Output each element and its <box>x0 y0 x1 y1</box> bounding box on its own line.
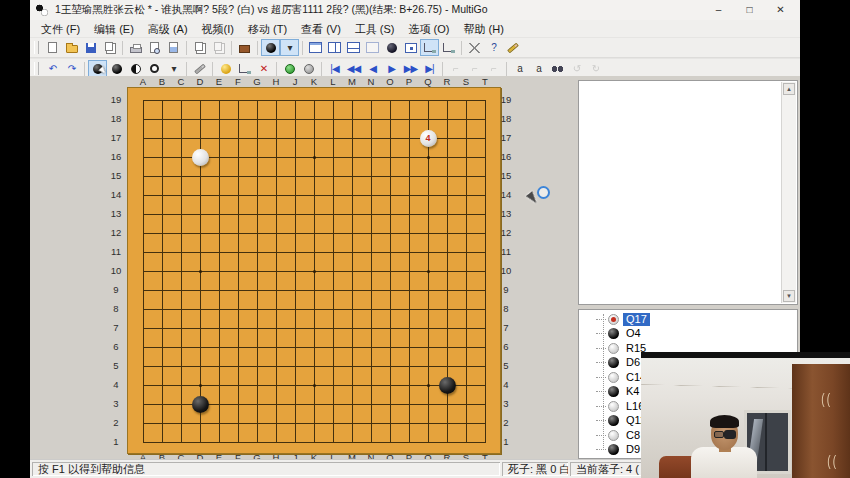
white-stone-icon <box>608 401 619 412</box>
layout-vertical-split-icon[interactable] <box>325 39 344 56</box>
sound-icon[interactable] <box>382 39 401 56</box>
scroll-up-button[interactable]: ▲ <box>783 83 795 95</box>
maximize-button[interactable]: □ <box>734 0 765 20</box>
grid-line-v <box>485 100 486 443</box>
menu-item-4[interactable]: 移动 (T) <box>241 21 294 37</box>
black-stone-icon <box>608 444 619 455</box>
rotate-left-icon[interactable]: ↺ <box>567 60 586 77</box>
menu-item-8[interactable]: 帮助 (H) <box>457 21 511 37</box>
open-file-icon[interactable] <box>62 39 81 56</box>
tree-node-O4[interactable]: O4 <box>579 327 797 342</box>
show-branch-icon[interactable] <box>420 39 439 56</box>
branch-up-icon-glyph: ⌐ <box>453 61 458 76</box>
nav-last-icon[interactable]: ▶| <box>420 60 439 77</box>
branch-prev-icon[interactable]: ⌐ <box>465 60 484 77</box>
coord-left-15: 15 <box>106 171 126 181</box>
find-position-icon[interactable] <box>548 60 567 77</box>
menu-item-3[interactable]: 视频(I) <box>195 21 241 37</box>
branch-next-icon[interactable]: ⌐ <box>484 60 503 77</box>
edit-comment-icon[interactable] <box>503 39 522 56</box>
grid-line-h <box>143 366 486 367</box>
toolbar-separator <box>231 41 232 55</box>
branch-up-icon[interactable]: ⌐ <box>446 60 465 77</box>
tree-window-icon[interactable] <box>439 39 458 56</box>
context-help-icon[interactable]: ? <box>484 39 503 56</box>
toolbar-grip[interactable] <box>34 41 39 54</box>
comment-panel[interactable]: ▲ ▼ <box>578 80 798 305</box>
new-file-icon[interactable] <box>43 39 62 56</box>
coord-right-17: 17 <box>496 133 516 143</box>
tree-node-Q17[interactable]: Q17 <box>579 312 797 327</box>
label-capital-icon[interactable]: a <box>529 60 548 77</box>
redo-icon[interactable]: ↷ <box>62 60 81 77</box>
white-stone-icon <box>608 372 619 383</box>
layout-single-icon[interactable] <box>363 39 382 56</box>
toolbar-separator <box>257 41 258 55</box>
scroll-down-button[interactable]: ▼ <box>783 290 795 302</box>
erase-stone-icon[interactable] <box>190 60 209 77</box>
tree-node-label: Q17 <box>623 313 650 326</box>
nav-back-icon-glyph: ◀ <box>369 61 376 76</box>
white-stone-icon[interactable] <box>145 60 164 77</box>
place-stone-mode-icon[interactable] <box>88 60 107 77</box>
nav-back-10-icon-glyph: ◀◀ <box>347 61 360 76</box>
next-move-color-icon[interactable] <box>261 39 280 56</box>
delete-node-icon[interactable]: ✕ <box>254 60 273 77</box>
nav-first-icon[interactable]: |◀ <box>325 60 344 77</box>
add-label-icon[interactable] <box>216 60 235 77</box>
black-stone-icon-shape <box>112 64 122 74</box>
tree-connector <box>596 333 606 334</box>
black-stone-icon <box>608 415 619 426</box>
node-info-icon[interactable] <box>401 39 420 56</box>
layout-horizontal-split-icon[interactable] <box>344 39 363 56</box>
copy-icon[interactable] <box>190 39 209 56</box>
layout-board-only-icon[interactable] <box>306 39 325 56</box>
menu-item-6[interactable]: 工具 (S) <box>348 21 402 37</box>
title-bar[interactable]: 1王堃瑜黑胜张云松 * - 谁执黑啊? 5段? (白) vs 超厉害1111 2… <box>30 0 800 20</box>
nav-back-10-icon[interactable]: ◀◀ <box>344 60 363 77</box>
print-icon[interactable] <box>126 39 145 56</box>
menu-item-7[interactable]: 选项 (O) <box>402 21 457 37</box>
grid-line-v <box>352 100 353 443</box>
layout-board-only-icon-shape <box>309 42 322 53</box>
coord-top-P: P <box>399 77 419 87</box>
tools-icon[interactable] <box>465 39 484 56</box>
menu-item-5[interactable]: 查看 (V) <box>294 21 348 37</box>
stone-dropdown-icon[interactable]: ▾ <box>164 60 183 77</box>
label-small-icon[interactable]: a <box>510 60 529 77</box>
toolbar-separator <box>321 62 322 76</box>
undo-icon[interactable]: ↶ <box>43 60 62 77</box>
menu-item-2[interactable]: 高级 (A) <box>141 21 195 37</box>
toolbar-separator <box>186 41 187 55</box>
save-as-icon[interactable] <box>100 39 119 56</box>
alternate-stone-icon[interactable] <box>126 60 145 77</box>
black-stone-icon[interactable] <box>107 60 126 77</box>
layout-single-icon-shape <box>366 42 379 53</box>
menu-item-0[interactable]: 文件 (F) <box>34 21 87 37</box>
coord-right-10: 10 <box>496 266 516 276</box>
nav-forward-icon[interactable]: ▶ <box>382 60 401 77</box>
coord-top-J: J <box>285 77 305 87</box>
toolbar-grip[interactable] <box>34 62 39 75</box>
download-web-icon[interactable] <box>299 60 318 77</box>
minimize-button[interactable]: – <box>703 0 734 20</box>
print-preview-icon[interactable] <box>145 39 164 56</box>
nav-forward-10-icon[interactable]: ▶▶ <box>401 60 420 77</box>
coord-top-B: B <box>152 77 172 87</box>
nav-back-icon[interactable]: ◀ <box>363 60 382 77</box>
move-color-dropdown-icon[interactable]: ▾ <box>280 39 299 56</box>
upload-web-icon[interactable] <box>280 60 299 77</box>
copy-special-icon[interactable] <box>209 39 228 56</box>
game-info-icon[interactable] <box>235 39 254 56</box>
menu-item-1[interactable]: 编辑 (E) <box>87 21 141 37</box>
comment-scrollbar[interactable]: ▲ ▼ <box>781 82 796 303</box>
open-file-icon-shape <box>66 45 78 53</box>
close-button[interactable]: ✕ <box>765 0 796 20</box>
coord-left-18: 18 <box>106 114 126 124</box>
make-branch-icon[interactable] <box>235 60 254 77</box>
grid-line-v <box>466 100 467 443</box>
edit-comment-icon-shape <box>507 42 519 53</box>
rotate-right-icon[interactable]: ↻ <box>586 60 605 77</box>
save-file-icon[interactable] <box>81 39 100 56</box>
export-image-icon[interactable] <box>164 39 183 56</box>
